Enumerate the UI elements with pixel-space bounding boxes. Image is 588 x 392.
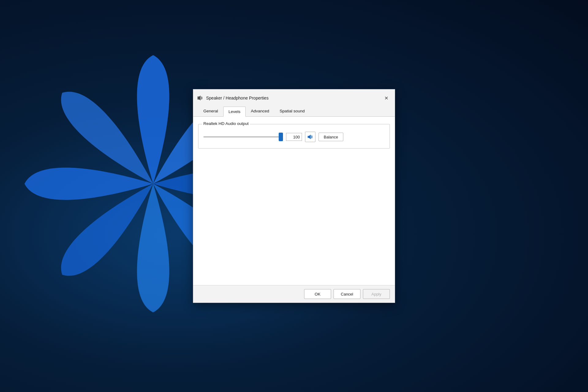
audio-output-group: Realtek HD Audio output Balance: [198, 124, 390, 149]
volume-value-input[interactable]: [286, 133, 302, 141]
close-button[interactable]: ✕: [381, 94, 391, 102]
mute-button[interactable]: [305, 132, 315, 142]
svg-rect-2: [308, 136, 309, 138]
tab-levels[interactable]: Levels: [223, 107, 246, 117]
svg-rect-0: [198, 96, 199, 100]
dialog-icon: [197, 95, 203, 101]
svg-marker-1: [199, 96, 201, 100]
tab-advanced[interactable]: Advanced: [246, 106, 274, 117]
dialog-title: Speaker / Headphone Properties: [206, 96, 269, 100]
volume-slider[interactable]: [203, 133, 283, 141]
svg-marker-3: [309, 135, 311, 139]
apply-button[interactable]: Apply: [363, 289, 390, 299]
titlebar-left: Speaker / Headphone Properties: [197, 95, 269, 101]
ok-button[interactable]: OK: [304, 289, 331, 299]
tab-general[interactable]: General: [198, 106, 223, 117]
titlebar: Speaker / Headphone Properties ✕: [193, 89, 395, 105]
audio-controls-row: Balance: [203, 132, 385, 142]
tab-content-levels: Realtek HD Audio output Balance: [193, 117, 395, 285]
balance-button[interactable]: Balance: [318, 133, 343, 141]
tabs-bar: General Levels Advanced Spatial sound: [193, 106, 395, 117]
tab-spatial-sound[interactable]: Spatial sound: [274, 106, 310, 117]
audio-group-label: Realtek HD Audio output: [202, 121, 250, 126]
cancel-button[interactable]: Cancel: [334, 289, 360, 299]
properties-dialog: Speaker / Headphone Properties ✕ General…: [193, 89, 395, 303]
dialog-footer: OK Cancel Apply: [193, 285, 395, 303]
